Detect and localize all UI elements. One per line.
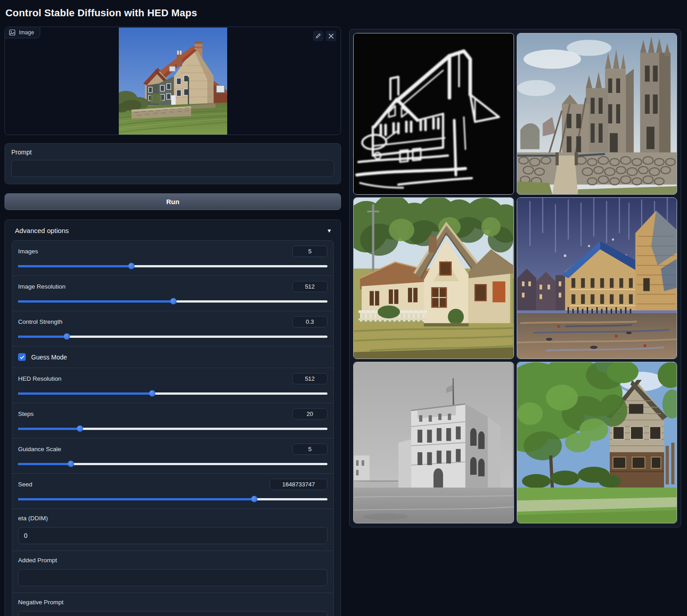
seed-slider-handle[interactable] bbox=[251, 496, 257, 502]
steps-slider-handle[interactable] bbox=[77, 425, 83, 432]
negative-prompt-row: Negative Prompt bbox=[12, 593, 333, 616]
advanced-options-panel: Advanced options ▼ Images bbox=[5, 219, 341, 616]
image-icon bbox=[9, 29, 15, 36]
guess-mode-checkbox[interactable] bbox=[18, 353, 26, 361]
gallery-item-cathedral[interactable] bbox=[517, 33, 678, 195]
hed-resolution-slider-handle[interactable] bbox=[149, 390, 155, 397]
guidance-scale-label: Guidance Scale bbox=[18, 446, 61, 453]
guidance-scale-value-input[interactable] bbox=[292, 443, 327, 455]
controls-column: Image bbox=[5, 27, 341, 616]
guess-mode-row: Guess Mode bbox=[12, 346, 333, 368]
control-strength-row: Control Strength bbox=[12, 311, 333, 346]
seed-slider[interactable] bbox=[18, 496, 327, 502]
image-resolution-slider[interactable] bbox=[18, 298, 327, 304]
close-icon bbox=[328, 33, 334, 39]
prompt-label: Prompt bbox=[11, 149, 334, 156]
eta-label: eta (DDIM) bbox=[18, 515, 327, 522]
image-input[interactable]: Image bbox=[5, 27, 341, 135]
images-slider[interactable] bbox=[18, 263, 327, 269]
guidance-scale-slider[interactable] bbox=[18, 461, 327, 467]
pencil-icon bbox=[315, 33, 321, 39]
image-resolution-slider-handle[interactable] bbox=[170, 298, 177, 304]
control-strength-label: Control Strength bbox=[18, 318, 62, 325]
image-input-label-text: Image bbox=[19, 29, 34, 36]
gallery-item-hed-map[interactable] bbox=[353, 33, 514, 195]
image-resolution-label: Image Resolution bbox=[18, 283, 65, 290]
image-resolution-value-input[interactable] bbox=[292, 281, 327, 292]
gallery-item-bw-building[interactable] bbox=[353, 362, 514, 523]
guidance-scale-row: Guidance Scale bbox=[12, 439, 333, 474]
negative-prompt-label: Negative Prompt bbox=[18, 599, 327, 606]
image-input-label: Image bbox=[5, 27, 40, 38]
steps-slider[interactable] bbox=[18, 425, 327, 432]
images-row: Images bbox=[12, 241, 333, 276]
steps-row: Steps bbox=[12, 403, 333, 439]
images-slider-handle[interactable] bbox=[128, 263, 135, 269]
uploaded-house-photo bbox=[119, 28, 227, 135]
check-icon bbox=[19, 355, 25, 360]
control-strength-slider-handle[interactable] bbox=[64, 333, 70, 340]
hed-resolution-label: HED Resolution bbox=[18, 375, 61, 382]
prompt-panel: Prompt bbox=[5, 143, 341, 184]
app-root: Control Stable Diffusion with HED Maps I… bbox=[0, 0, 687, 616]
prompt-input[interactable] bbox=[11, 160, 334, 177]
images-label: Images bbox=[18, 248, 38, 255]
steps-value-input[interactable] bbox=[292, 408, 327, 420]
clear-image-button[interactable] bbox=[326, 31, 336, 41]
added-prompt-label: Added Prompt bbox=[18, 557, 327, 564]
seed-row: Seed bbox=[12, 474, 333, 509]
eta-row: eta (DDIM) bbox=[12, 509, 333, 551]
advanced-options-header[interactable]: Advanced options ▼ bbox=[15, 227, 333, 234]
eta-input[interactable] bbox=[18, 527, 327, 544]
negative-prompt-input[interactable] bbox=[18, 611, 327, 616]
run-button[interactable]: Run bbox=[5, 193, 341, 210]
guess-mode-label[interactable]: Guess Mode bbox=[31, 354, 67, 361]
seed-label: Seed bbox=[18, 481, 33, 488]
advanced-options-form: Images Image Resolution bbox=[12, 240, 334, 616]
added-prompt-row: Added Prompt bbox=[12, 551, 333, 593]
gallery-item-stone-house[interactable] bbox=[517, 362, 678, 523]
result-gallery bbox=[349, 29, 681, 527]
image-resolution-row: Image Resolution bbox=[12, 276, 333, 311]
hed-resolution-value-input[interactable] bbox=[292, 373, 327, 384]
main-columns: Image bbox=[5, 27, 681, 616]
added-prompt-input[interactable] bbox=[18, 569, 327, 586]
seed-value-input[interactable] bbox=[270, 479, 327, 490]
gallery-item-impressionist-street[interactable] bbox=[517, 197, 678, 359]
page-title: Control Stable Diffusion with HED Maps bbox=[5, 7, 681, 19]
control-strength-slider[interactable] bbox=[18, 333, 327, 340]
edit-image-button[interactable] bbox=[313, 31, 323, 41]
hed-resolution-slider[interactable] bbox=[18, 390, 327, 397]
accordion-caret-icon: ▼ bbox=[327, 228, 332, 234]
control-strength-value-input[interactable] bbox=[292, 316, 327, 327]
advanced-options-title: Advanced options bbox=[15, 227, 69, 234]
steps-label: Steps bbox=[18, 411, 34, 417]
hed-resolution-row: HED Resolution bbox=[12, 368, 333, 403]
images-value-input[interactable] bbox=[292, 246, 327, 257]
guidance-scale-slider-handle[interactable] bbox=[68, 461, 74, 467]
gallery-item-painterly-cottage[interactable] bbox=[353, 197, 514, 359]
image-actions bbox=[313, 31, 336, 41]
